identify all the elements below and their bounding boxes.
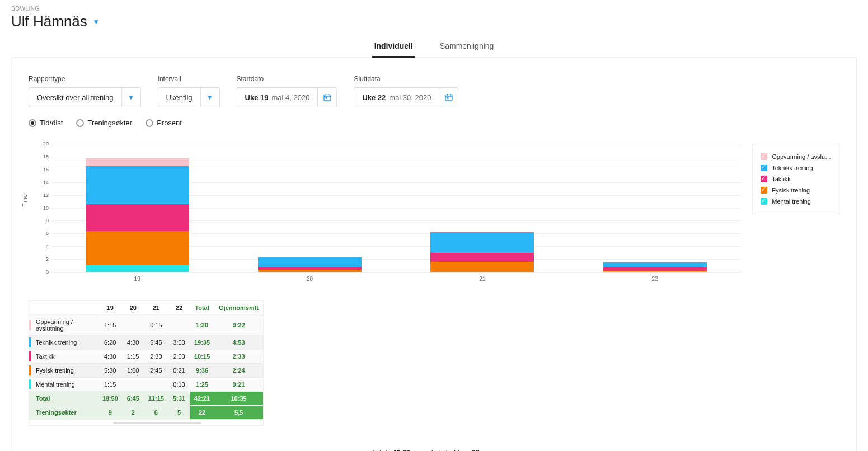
footer-summary: Total 42:21 Antall økter 22 <box>29 448 839 451</box>
calendar-icon[interactable] <box>439 88 458 107</box>
bar-segment <box>430 253 534 262</box>
table-header-week: 21 <box>144 301 168 315</box>
end-date-picker[interactable]: Uke 22 mai 30, 2020 <box>354 87 458 107</box>
footer-total-value: 42:21 <box>392 448 411 451</box>
row-total: 19:35 <box>190 336 214 350</box>
bar-segment <box>86 166 189 204</box>
legend-item-oppvarming[interactable]: Oppvarming / avslu… <box>761 151 831 162</box>
y-tick: 4 <box>35 243 49 249</box>
table-cell: 0:21 <box>168 364 190 378</box>
summary-table: 19202122TotalGjennomsnittOppvarming / av… <box>29 300 264 426</box>
bar-segment <box>603 262 707 267</box>
row-avg: 2:33 <box>214 350 263 364</box>
row-label: Oppvarming / avslutning <box>31 315 98 336</box>
tabs: Individuell Sammenligning <box>11 36 857 58</box>
table-scrollbar[interactable] <box>29 420 263 425</box>
footer-sessions-value: 22 <box>472 448 480 451</box>
interval-select[interactable]: Ukentlig ▼ <box>158 87 220 107</box>
legend-swatch <box>761 198 767 205</box>
table-cell: 2:30 <box>144 350 168 364</box>
row-total: 10:15 <box>190 350 214 364</box>
bar-segment <box>603 271 707 272</box>
row-label: Taktikk <box>31 350 98 364</box>
radio-time[interactable]: Tid/dist <box>29 119 63 127</box>
y-tick: 0 <box>35 269 49 275</box>
report-type-value: Oversikt over all trening <box>29 88 121 107</box>
table-cell: 3:00 <box>168 336 190 350</box>
y-tick: 2 <box>35 256 49 262</box>
chevron-down-icon[interactable]: ▼ <box>200 88 219 107</box>
bar-segment <box>86 158 189 166</box>
start-date: mai 4, 2020 <box>271 93 309 102</box>
x-tick: 19 <box>134 276 140 282</box>
table-cell <box>144 378 168 392</box>
end-date-label: Sluttdata <box>354 75 458 83</box>
row-total: 1:30 <box>190 315 214 336</box>
legend-label: Taktikk <box>772 176 791 182</box>
row-total: 9:36 <box>190 364 214 378</box>
bar-segment <box>430 262 534 272</box>
y-tick: 12 <box>35 192 49 198</box>
legend-label: Mental trening <box>772 198 811 205</box>
table-cell: 1:15 <box>98 315 123 336</box>
bar-segment <box>258 270 362 272</box>
svg-rect-0 <box>324 95 331 101</box>
interval-value: Ukentlig <box>158 88 200 107</box>
footer-sessions-label: Antall økter <box>429 448 466 451</box>
legend-label: Teknikk trening <box>772 165 813 171</box>
legend-swatch <box>761 176 767 182</box>
svg-rect-1 <box>326 97 327 99</box>
calendar-icon[interactable] <box>317 88 336 107</box>
y-tick: 14 <box>35 180 49 185</box>
row-label: Fysisk trening <box>31 364 98 378</box>
legend-label: Fysisk trening <box>772 187 810 194</box>
table-cell: 2:00 <box>168 350 190 364</box>
report-type-select[interactable]: Oversikt over all trening ▼ <box>29 87 141 107</box>
table-cell: 0:10 <box>168 378 190 392</box>
legend-item-fysisk[interactable]: Fysisk trening <box>761 185 831 196</box>
radio-percent[interactable]: Prosent <box>146 119 182 127</box>
x-tick: 21 <box>479 276 485 282</box>
row-label: Teknikk trening <box>31 336 98 350</box>
bar-segment <box>430 232 534 253</box>
chevron-down-icon[interactable]: ▼ <box>121 88 140 107</box>
breadcrumb: BOWLING <box>11 6 857 12</box>
table-cell: 1:15 <box>98 378 123 392</box>
table-cell: 0:15 <box>144 315 168 336</box>
legend-item-mental[interactable]: Mental trening <box>761 196 831 207</box>
table-cell <box>168 315 190 336</box>
title-dropdown-caret[interactable]: ▼ <box>93 18 100 26</box>
table-cell: 4:30 <box>123 336 144 350</box>
table-cell: 5:30 <box>98 364 123 378</box>
radio-sessions[interactable]: Treningsøkter <box>76 119 132 127</box>
table-header-total: Total <box>190 301 214 315</box>
bar-segment <box>258 257 362 267</box>
table-cell <box>123 315 144 336</box>
table-sessions-row: Treningsøkter9265225,5 <box>29 406 264 420</box>
table-cell <box>123 378 144 392</box>
chart-legend: Oppvarming / avslu…Teknikk treningTaktik… <box>752 144 839 214</box>
legend-item-taktikk[interactable]: Taktikk <box>761 173 831 185</box>
bar-segment <box>86 231 189 264</box>
tab-compare[interactable]: Sammenligning <box>438 36 496 57</box>
table-row: Teknikk trening6:204:305:453:0019:354:53 <box>29 336 264 350</box>
report-type-label: Rapporttype <box>29 75 141 83</box>
radio-sessions-label: Treningsøkter <box>87 119 132 127</box>
bar-segment <box>86 204 189 232</box>
legend-swatch <box>761 187 767 194</box>
table-header-avg: Gjennomsnitt <box>214 301 263 315</box>
start-date-picker[interactable]: Uke 19 mai 4, 2020 <box>237 87 337 107</box>
table-header-week: 22 <box>168 301 190 315</box>
legend-swatch <box>761 153 767 160</box>
y-tick: 16 <box>35 167 49 172</box>
stacked-bar-chart: Timer 0246810121416182019202122 <box>29 144 741 284</box>
y-tick: 10 <box>35 205 49 211</box>
start-week: Uke 19 <box>245 93 269 102</box>
row-avg: 0:22 <box>214 315 263 336</box>
interval-label: Intervall <box>158 75 220 83</box>
table-cell: 5:45 <box>144 336 168 350</box>
tab-individual[interactable]: Individuell <box>372 36 415 57</box>
view-mode-radios: Tid/dist Treningsøkter Prosent <box>29 119 839 127</box>
legend-item-teknikk[interactable]: Teknikk trening <box>761 162 831 173</box>
x-tick: 20 <box>307 276 313 282</box>
